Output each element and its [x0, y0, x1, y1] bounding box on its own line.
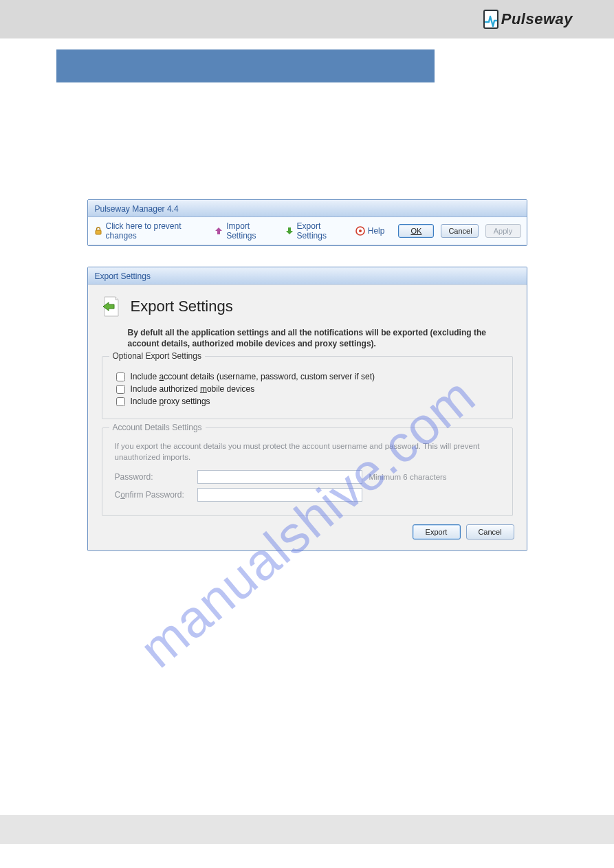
password-min-note: Minimum 6 characters: [369, 473, 447, 481]
export-settings-label: Export Settings: [297, 221, 349, 241]
section-banner: [56, 49, 435, 82]
include-proxy-label[interactable]: Include proxy settings: [131, 397, 210, 406]
account-details-group: Account Details Settings If you export t…: [102, 427, 513, 515]
document-export-icon: [102, 296, 121, 318]
include-account-row: Include account details (username, passw…: [116, 372, 498, 381]
account-details-legend: Account Details Settings: [109, 423, 206, 432]
brand: Pulseway: [483, 10, 573, 29]
manager-window-title: Pulseway Manager 4.4: [88, 200, 527, 217]
export-description: By defult all the application settings a…: [128, 327, 513, 349]
export-dialog: Export Settings Export Settings By deful…: [87, 267, 527, 551]
export-dialog-body: Export Settings By defult all the applic…: [88, 285, 527, 550]
import-settings-label: Import Settings: [226, 221, 277, 241]
account-details-note: If you export the account details you mu…: [115, 441, 503, 463]
confirm-password-label: Confirm Password:: [115, 490, 190, 500]
password-label: Password:: [115, 472, 190, 482]
confirm-password-input: [197, 488, 362, 502]
prevent-changes-label: Click here to prevent changes: [106, 221, 208, 241]
confirm-password-row: Confirm Password:: [115, 488, 500, 502]
import-icon: [214, 226, 223, 236]
apply-button: Apply: [485, 224, 521, 238]
manager-window: Pulseway Manager 4.4 Click here to preve…: [87, 199, 527, 246]
include-account-label[interactable]: Include account details (username, passw…: [131, 372, 375, 381]
include-proxy-row: Include proxy settings: [116, 397, 498, 406]
cancel-button[interactable]: Cancel: [441, 224, 478, 238]
export-icon: [285, 226, 294, 236]
password-input: [197, 470, 362, 484]
help-icon: [355, 226, 365, 236]
export-dialog-footer: Export Cancel: [100, 524, 514, 539]
import-settings-link[interactable]: Import Settings: [214, 221, 277, 241]
optional-export-group: Optional Export Settings Include account…: [102, 356, 513, 419]
brand-name: Pulseway: [501, 10, 573, 28]
export-button[interactable]: Export: [413, 524, 461, 539]
help-label: Help: [368, 226, 385, 236]
export-settings-link[interactable]: Export Settings: [285, 221, 349, 241]
ok-button[interactable]: OK: [398, 224, 434, 238]
prevent-changes-link[interactable]: Click here to prevent changes: [94, 221, 208, 241]
export-dialog-title: Export Settings: [88, 267, 527, 285]
help-link[interactable]: Help: [355, 226, 385, 236]
include-account-checkbox[interactable]: [116, 372, 125, 381]
include-mobile-label[interactable]: Include authorized mobile devices: [131, 384, 255, 394]
page-footer-bar: [0, 815, 614, 844]
include-mobile-checkbox[interactable]: [116, 385, 125, 394]
export-heading: Export Settings: [131, 298, 233, 315]
include-proxy-checkbox[interactable]: [116, 397, 125, 406]
lock-icon: [94, 226, 103, 236]
svg-rect-0: [96, 230, 101, 234]
page-header: Pulseway: [0, 0, 614, 38]
password-row: Password: Minimum 6 characters: [115, 470, 500, 484]
manager-toolbar: Click here to prevent changes Import Set…: [88, 217, 527, 245]
svg-point-2: [359, 230, 362, 232]
include-mobile-row: Include authorized mobile devices: [116, 384, 498, 394]
export-cancel-button[interactable]: Cancel: [466, 524, 514, 539]
pulseway-logo-icon: [483, 10, 498, 29]
optional-export-legend: Optional Export Settings: [109, 351, 205, 361]
